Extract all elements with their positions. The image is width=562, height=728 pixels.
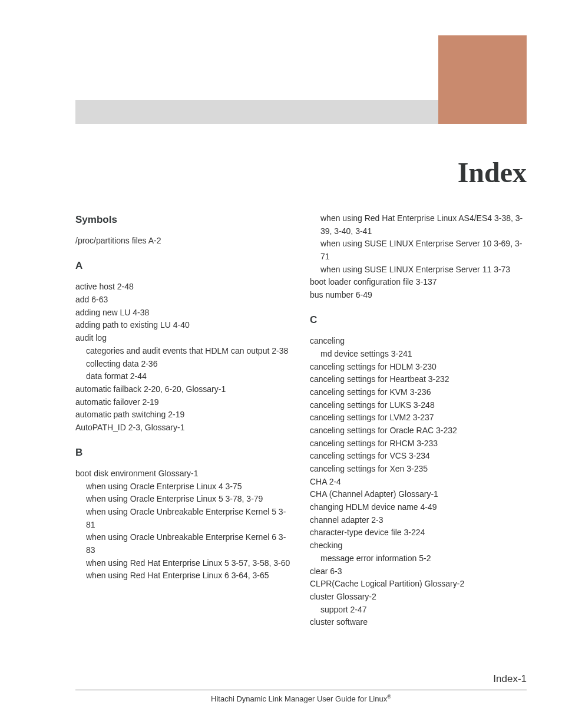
- index-entry: canceling settings for LUKS 3-248: [310, 399, 527, 412]
- index-entry: /proc/partitions files A-2: [75, 235, 292, 248]
- index-entry: automatic failback 2-20, 6-20, Glossary-…: [75, 383, 292, 396]
- index-entry: automatic failover 2-19: [75, 396, 292, 409]
- index-subentry: support 2-47: [310, 604, 527, 617]
- index-entry: canceling settings for LVM2 3-237: [310, 411, 527, 424]
- index-entry: AutoPATH_ID 2-3, Glossary-1: [75, 421, 292, 434]
- header-banner: [75, 35, 527, 124]
- left-column: Symbols /proc/partitions files A-2 A act…: [75, 212, 292, 629]
- footer-title-text: Hitachi Dynamic Link Manager User Guide …: [211, 694, 387, 703]
- index-subentry: when using Red Hat Enterprise Linux AS4/…: [310, 212, 527, 238]
- heading-a: A: [75, 258, 292, 274]
- index-subentry: when using Red Hat Enterprise Linux 6 3-…: [75, 569, 292, 582]
- index-entry: cluster Glossary-2: [310, 591, 527, 604]
- page-footer: Index-1 Hitachi Dynamic Link Manager Use…: [75, 673, 527, 703]
- index-subentry: when using SUSE LINUX Enterprise Server …: [310, 238, 527, 263]
- index-entry: canceling settings for Heartbeat 3-232: [310, 373, 527, 386]
- index-subentry: when using Oracle Unbreakable Enterprise…: [75, 506, 292, 531]
- index-entry: canceling settings for Xen 3-235: [310, 463, 527, 476]
- index-entry: CHA (Channel Adapter) Glossary-1: [310, 488, 527, 501]
- index-entry: canceling settings for KVM 3-236: [310, 386, 527, 399]
- heading-b: B: [75, 445, 292, 460]
- right-column: when using Red Hat Enterprise Linux AS4/…: [310, 212, 527, 629]
- footer-title: Hitachi Dynamic Link Manager User Guide …: [75, 694, 527, 703]
- index-entry: boot loader configuration file 3-137: [310, 276, 527, 289]
- index-subentry: when using Oracle Enterprise Linux 4 3-7…: [75, 480, 292, 493]
- index-entry: CHA 2-4: [310, 476, 527, 489]
- header-accent-block: [438, 35, 527, 124]
- registered-mark: ®: [387, 694, 391, 700]
- index-entry: channel adapter 2-3: [310, 514, 527, 527]
- index-entry: canceling settings for Oracle RAC 3-232: [310, 424, 527, 437]
- index-entry: audit log: [75, 332, 292, 345]
- header-gray-bar: [75, 100, 438, 124]
- index-entry: canceling: [310, 335, 527, 348]
- index-subentry: data format 2-44: [75, 370, 292, 383]
- index-subentry: when using Red Hat Enterprise Linux 5 3-…: [75, 557, 292, 570]
- index-entry: CLPR(Cache Logical Partition) Glossary-2: [310, 578, 527, 591]
- index-entry: add 6-63: [75, 294, 292, 307]
- index-subentry: message error information 5-2: [310, 552, 527, 565]
- index-entry: canceling settings for HDLM 3-230: [310, 361, 527, 374]
- page-title: Index: [458, 156, 527, 189]
- index-entry: automatic path switching 2-19: [75, 409, 292, 421]
- heading-c: C: [310, 312, 527, 328]
- index-entry: adding new LU 4-38: [75, 307, 292, 319]
- index-entry: canceling settings for VCS 3-234: [310, 450, 527, 463]
- index-subentry: when using Oracle Unbreakable Enterprise…: [75, 531, 292, 556]
- index-entry: bus number 6-49: [310, 289, 527, 302]
- index-content: Symbols /proc/partitions files A-2 A act…: [75, 212, 527, 629]
- heading-symbols: Symbols: [75, 212, 292, 228]
- index-entry: active host 2-48: [75, 281, 292, 294]
- index-entry: adding path to existing LU 4-40: [75, 319, 292, 332]
- page-number: Index-1: [75, 673, 527, 685]
- footer-divider: [75, 690, 527, 690]
- index-subentry: md device settings 3-241: [310, 348, 527, 361]
- index-subentry: categories and audit events that HDLM ca…: [75, 345, 292, 358]
- index-entry: canceling settings for RHCM 3-233: [310, 437, 527, 450]
- index-entry: boot disk environment Glossary-1: [75, 467, 292, 480]
- index-subentry: when using Oracle Enterprise Linux 5 3-7…: [75, 493, 292, 506]
- index-entry: checking: [310, 539, 527, 552]
- index-entry: character-type device file 3-224: [310, 526, 527, 539]
- index-entry: cluster software: [310, 616, 527, 629]
- index-entry: changing HDLM device name 4-49: [310, 501, 527, 514]
- index-entry: clear 6-3: [310, 565, 527, 578]
- index-subentry: when using SUSE LINUX Enterprise Server …: [310, 263, 527, 276]
- index-subentry: collecting data 2-36: [75, 358, 292, 371]
